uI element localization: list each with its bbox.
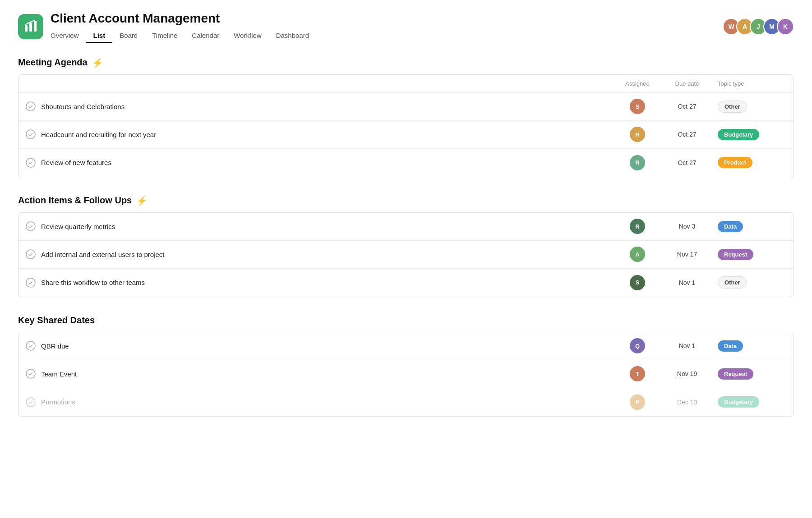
topic-tag[interactable]: Budgetary [718, 396, 759, 408]
topic-tag[interactable]: Request [718, 249, 753, 260]
tab-board[interactable]: Board [112, 29, 145, 43]
assignee-cell: R [615, 155, 660, 170]
svg-rect-0 [25, 25, 28, 32]
svg-point-10 [26, 369, 35, 378]
section-title-action-items: Action Items & Follow Ups [18, 195, 132, 206]
tag-cell: Request [714, 368, 786, 380]
tab-list[interactable]: List [86, 29, 113, 43]
due-date-cell: Nov 3 [660, 223, 714, 230]
tag-cell: Budgetary [714, 396, 786, 408]
assignee-avatar: R [630, 219, 645, 234]
section-header-key-shared-dates: Key Shared Dates [18, 315, 794, 325]
assignee-avatar: S [630, 99, 645, 114]
section-header-action-items: Action Items & Follow Ups ⚡ [18, 195, 794, 206]
check-icon [26, 221, 36, 231]
task-name-cell: Team Event [26, 362, 615, 386]
svg-point-11 [26, 398, 35, 407]
col-header-task [26, 75, 615, 92]
tag-cell: Data [714, 340, 786, 352]
app-icon [18, 14, 43, 39]
col-header-topic-type: Topic type [714, 75, 786, 92]
avatar-group: W A J M K [723, 18, 794, 35]
topic-tag[interactable]: Other [718, 276, 747, 289]
check-icon [26, 369, 36, 379]
task-table-action-items: Review quarterly metrics R Nov 3 Data A [18, 212, 794, 297]
table-row: Team Event T Nov 19 Request [18, 360, 794, 388]
due-date-cell: Dec 13 [660, 399, 714, 406]
check-icon [26, 101, 36, 111]
topic-tag[interactable]: Data [718, 221, 743, 232]
assignee-avatar: P [630, 394, 645, 410]
svg-point-5 [26, 158, 35, 167]
section-header-meeting-agenda: Meeting Agenda ⚡ [18, 57, 794, 68]
assignee-cell: A [615, 247, 660, 262]
lightning-icon-action-items: ⚡ [136, 195, 148, 206]
task-name: Review quarterly metrics [41, 223, 115, 230]
task-name: QBR due [41, 342, 69, 350]
check-icon [26, 158, 36, 168]
svg-point-9 [26, 341, 35, 350]
table-header-meeting-agenda: Assignee Due date Topic type [18, 75, 794, 93]
assignee-avatar: S [630, 275, 645, 290]
due-date-cell: Nov 1 [660, 279, 714, 286]
table-row: Headcount and recruiting for next year H… [18, 121, 794, 149]
task-name-cell: Review of new features [26, 151, 615, 175]
table-row: Share this workflow to other teams S Nov… [18, 269, 794, 297]
table-row: Add internal and external users to proje… [18, 241, 794, 269]
task-name-cell: QBR due [26, 334, 615, 358]
task-name-cell: Shoutouts and Celebrations [26, 94, 615, 119]
tab-timeline[interactable]: Timeline [145, 29, 185, 43]
assignee-avatar: T [630, 366, 645, 381]
app-header: Client Account Management Overview List … [0, 0, 812, 43]
assignee-avatar: R [630, 155, 645, 170]
table-row: Shoutouts and Celebrations S Oct 27 Othe… [18, 93, 794, 121]
due-date-cell: Nov 19 [660, 370, 714, 377]
topic-tag[interactable]: Request [718, 368, 753, 380]
check-icon [26, 397, 36, 407]
assignee-avatar: Q [630, 338, 645, 353]
task-name-cell: Review quarterly metrics [26, 214, 615, 238]
topic-tag[interactable]: Product [718, 157, 752, 168]
task-name: Review of new features [41, 159, 111, 166]
tag-cell: Budgetary [714, 129, 786, 140]
task-name-cell: Headcount and recruiting for next year [26, 122, 615, 147]
task-table-key-shared-dates: QBR due Q Nov 1 Data Team Event [18, 332, 794, 417]
section-action-items: Action Items & Follow Ups ⚡ Review quart… [18, 195, 794, 297]
due-date-cell: Oct 27 [660, 159, 714, 166]
task-name-cell: Promotions [26, 390, 615, 414]
svg-rect-1 [29, 23, 32, 32]
main-content: Meeting Agenda ⚡ Assignee Due date Topic… [0, 43, 812, 453]
topic-tag[interactable]: Data [718, 340, 743, 352]
table-row: Review of new features R Oct 27 Product [18, 149, 794, 177]
header-left: Client Account Management Overview List … [18, 11, 316, 43]
table-row: Promotions P Dec 13 Budgetary [18, 388, 794, 416]
due-date-cell: Nov 17 [660, 251, 714, 258]
check-icon [26, 129, 36, 139]
task-name: Add internal and external users to proje… [41, 251, 165, 258]
assignee-cell: Q [615, 338, 660, 353]
task-name: Headcount and recruiting for next year [41, 131, 156, 138]
tab-overview[interactable]: Overview [51, 29, 86, 43]
task-name: Share this workflow to other teams [41, 279, 145, 286]
topic-tag[interactable]: Budgetary [718, 129, 759, 140]
col-header-due-date: Due date [660, 75, 714, 92]
task-name-cell: Add internal and external users to proje… [26, 242, 615, 266]
due-date-cell: Oct 27 [660, 103, 714, 110]
tab-calendar[interactable]: Calendar [185, 29, 226, 43]
svg-point-8 [26, 278, 35, 287]
assignee-cell: P [615, 394, 660, 410]
assignee-avatar: A [630, 247, 645, 262]
tab-dashboard[interactable]: Dashboard [269, 29, 316, 43]
tag-cell: Other [714, 276, 786, 289]
due-date-cell: Oct 27 [660, 131, 714, 138]
task-table-meeting-agenda: Assignee Due date Topic type Shoutouts a… [18, 74, 794, 177]
avatar: K [777, 18, 794, 35]
tab-workflow[interactable]: Workflow [226, 29, 268, 43]
svg-point-3 [26, 102, 35, 111]
check-icon [26, 278, 36, 288]
check-icon [26, 249, 36, 259]
svg-point-6 [26, 222, 35, 231]
task-name: Promotions [41, 398, 75, 406]
task-name-cell: Share this workflow to other teams [26, 270, 615, 295]
topic-tag[interactable]: Other [718, 101, 747, 113]
